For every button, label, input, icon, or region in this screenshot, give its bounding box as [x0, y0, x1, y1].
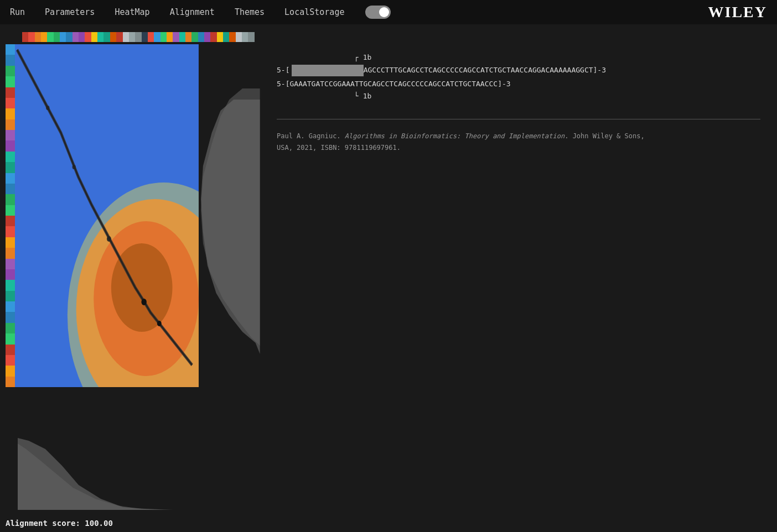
side-strip-segment: [6, 44, 15, 55]
heatmap-canvas[interactable]: [15, 44, 199, 387]
color-bar-segment: [54, 32, 60, 42]
color-bar-segment: [79, 32, 85, 42]
svg-point-7: [72, 165, 76, 169]
label-1b-bottom: └ 1b: [354, 91, 760, 102]
navbar: Run Parameters HeatMap Alignment Themes …: [0, 0, 777, 24]
side-strip-segment: [6, 269, 15, 280]
side-strip-segment: [6, 205, 15, 216]
color-bar-segment: [210, 32, 216, 42]
side-strip-segment: [6, 130, 15, 140]
color-bar-segment: [248, 32, 254, 42]
svg-marker-12: [201, 44, 260, 387]
alignment-score-label: Alignment score:: [6, 519, 80, 528]
side-strip-segment: [6, 345, 15, 355]
side-strip-segment: [6, 152, 15, 162]
side-strip-segment: [6, 377, 15, 387]
seq2-content: 5-[GAAATGATCCGGAAATTGCAGCCTCAGCCCCCAGCCA…: [277, 79, 498, 90]
citation: Paul A. Gagniuc. Algorithms in Bioinform…: [277, 131, 653, 153]
svg-marker-14: [18, 444, 250, 510]
dark-mode-toggle[interactable]: [365, 6, 391, 19]
seq2-suffix: ]-3: [498, 79, 510, 90]
side-strip-segment: [6, 226, 15, 237]
alignment-score: Alignment score: 100.00: [6, 519, 113, 528]
side-strip-segment: [6, 216, 15, 226]
side-strip-segment: [6, 162, 15, 173]
color-bar-segment: [198, 32, 204, 42]
side-strip-segment: [6, 355, 15, 366]
color-bar-segment: [123, 32, 129, 42]
seq1-highlight: [292, 65, 363, 76]
color-bar-segment: [116, 32, 122, 42]
nav-heatmap[interactable]: HeatMap: [111, 5, 153, 19]
side-strip-segment: [6, 291, 15, 301]
color-bar-segment: [179, 32, 185, 42]
color-bar-segment: [142, 32, 148, 42]
side-strip-segment: [6, 259, 15, 269]
sequence-display: ┌ 1b 5-[ AGCCCTTTGCAGCCTCAGCCCCCAGCCATCT…: [277, 52, 760, 102]
nav-alignment[interactable]: Alignment: [167, 5, 218, 19]
svg-point-10: [157, 321, 162, 326]
color-bar-segment: [242, 32, 248, 42]
side-strip-segment: [6, 248, 15, 258]
color-bar-segment: [129, 32, 135, 42]
color-bar-segment: [167, 32, 173, 42]
right-histogram: [199, 44, 260, 387]
svg-point-8: [107, 236, 111, 242]
side-strip-segment: [6, 173, 15, 184]
side-strip-segment: [6, 184, 15, 194]
nav-themes[interactable]: Themes: [231, 5, 268, 19]
color-bar-segment: [22, 32, 28, 42]
right-panel: ┌ 1b 5-[ AGCCCTTTGCAGCCTCAGCCCCCAGCCATCT…: [260, 24, 777, 532]
seq1-prefix: 5-[: [277, 65, 289, 76]
label-bottom-text: 1b: [363, 92, 372, 100]
seq1-suffix: ]-3: [593, 65, 606, 76]
side-strip-segment: [6, 366, 15, 376]
color-bar-segment: [110, 32, 116, 42]
color-bar-segment: [72, 32, 79, 42]
color-bar-segment: [191, 32, 198, 42]
color-bar-segment: [160, 32, 167, 42]
color-bar-segment: [103, 32, 110, 42]
bracket-bottom: └: [354, 92, 363, 100]
side-strip-segment: [6, 140, 15, 151]
seq1-content: AGCCCTTTGCAGCCTCAGCCCCCAGCCATCTGCTAACCAG…: [364, 65, 593, 76]
side-strip-segment: [6, 323, 15, 333]
side-strip-segment: [6, 333, 15, 344]
side-strip-segment: [6, 280, 15, 290]
color-bar-segment: [185, 32, 191, 42]
side-strip-segment: [6, 119, 15, 130]
color-bar-segment: [60, 32, 66, 42]
nav-localstorage[interactable]: LocalStorage: [281, 5, 348, 19]
left-panel: Alignment score: 100.00: [0, 24, 260, 532]
color-bar-segment: [148, 32, 154, 42]
sequence-row-2: 5-[GAAATGATCCGGAAATTGCAGCCTCAGCCCCCAGCCA…: [277, 79, 760, 90]
side-strip-segment: [6, 237, 15, 248]
color-bar-segment: [41, 32, 47, 42]
color-bar-segment: [97, 32, 103, 42]
color-bar-segment: [91, 32, 97, 42]
nav-parameters[interactable]: Parameters: [42, 5, 98, 19]
color-bar-segment: [66, 32, 72, 42]
side-strip-segment: [6, 194, 15, 205]
bottom-histogram: [18, 438, 250, 510]
sequence-row-1: 5-[ AGCCCTTTGCAGCCTCAGCCCCCAGCCATCTGCTAA…: [277, 65, 760, 76]
side-color-strip: [6, 44, 15, 387]
side-strip-segment: [6, 87, 15, 98]
color-bar-segment: [229, 32, 235, 42]
alignment-score-value: 100.00: [85, 519, 113, 528]
color-bar: [22, 32, 255, 42]
color-bar-segment: [217, 32, 223, 42]
nav-run[interactable]: Run: [7, 5, 28, 19]
wiley-logo: WILEY: [708, 3, 767, 21]
side-strip-segment: [6, 55, 15, 65]
color-bar-segment: [204, 32, 210, 42]
bracket-top: ┌: [354, 53, 363, 61]
color-bar-segment: [35, 32, 41, 42]
color-bar-segment: [135, 32, 141, 42]
svg-point-6: [46, 106, 50, 110]
color-bar-segment: [85, 32, 91, 42]
side-strip-segment: [6, 301, 15, 312]
label-top-text: 1b: [363, 53, 372, 61]
side-strip-segment: [6, 76, 15, 87]
side-strip-segment: [6, 312, 15, 322]
